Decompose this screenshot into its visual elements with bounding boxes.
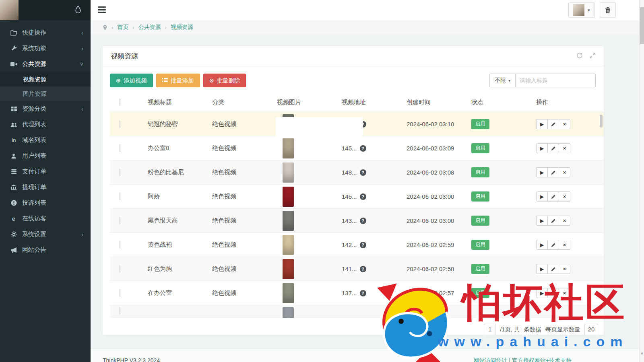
table-scrollbar-thumb[interactable] xyxy=(600,115,603,128)
category-filter-dropdown[interactable]: 不限 ▾ xyxy=(489,74,515,87)
edit-button[interactable] xyxy=(547,288,559,298)
edit-button[interactable] xyxy=(547,119,559,129)
question-circle-icon[interactable]: ? xyxy=(360,242,366,248)
sidebar-item-2[interactable]: 公共资源˅ xyxy=(0,56,91,72)
edit-button[interactable] xyxy=(547,240,559,250)
sidebar-item-6[interactable]: 用户列表 xyxy=(0,148,91,164)
per-page-select[interactable]: 20 xyxy=(584,324,598,335)
question-circle-icon[interactable]: ? xyxy=(360,266,366,272)
video-url: 148... xyxy=(342,169,357,176)
row-checkbox[interactable] xyxy=(120,289,120,297)
refresh-icon[interactable] xyxy=(576,52,583,60)
question-circle-icon[interactable]: ? xyxy=(360,193,366,200)
page-scrollbar-thumb[interactable] xyxy=(640,7,644,44)
breadcrumb-video-resources[interactable]: 视频资源 xyxy=(171,24,193,31)
delete-button[interactable]: × xyxy=(559,143,570,153)
footer: ThinkPHP V3.2.3 2024 网站访问统计 | 官方授权网站+技术支… xyxy=(91,349,644,362)
video-thumbnail[interactable] xyxy=(283,235,294,255)
sidebar-item-1[interactable]: 系统功能‹ xyxy=(0,41,91,56)
play-icon: ▶ xyxy=(540,194,544,200)
sidebar-item-5[interactable]: in域名列表 xyxy=(0,132,91,148)
delete-button[interactable]: × xyxy=(559,240,570,250)
play-button[interactable]: ▶ xyxy=(536,216,548,226)
play-button[interactable]: ▶ xyxy=(536,191,548,202)
gear-icon xyxy=(10,231,17,237)
play-button[interactable]: ▶ xyxy=(536,143,548,153)
footer-links-text[interactable]: 网站访问统计 | 官方授权网站+技术支持 xyxy=(473,357,572,362)
edit-button[interactable] xyxy=(547,167,559,177)
row-checkbox[interactable] xyxy=(120,193,120,200)
hamburger-menu-icon[interactable] xyxy=(98,6,106,14)
play-icon: ▶ xyxy=(540,121,544,127)
panel-title: 视频资源 xyxy=(111,51,138,61)
batch-delete-button[interactable]: ⊗ 批量删除 xyxy=(203,74,246,87)
edit-button[interactable] xyxy=(547,191,559,202)
page-scrollbar[interactable]: ▼ xyxy=(639,0,644,362)
row-checkbox[interactable] xyxy=(120,169,120,176)
video-thumbnail[interactable] xyxy=(283,187,294,207)
row-checkbox[interactable] xyxy=(120,307,120,315)
video-thumbnail[interactable] xyxy=(283,307,294,318)
expand-icon[interactable] xyxy=(589,52,596,60)
video-thumbnail[interactable] xyxy=(283,162,294,183)
delete-button[interactable]: × xyxy=(559,216,570,226)
question-circle-icon[interactable]: ? xyxy=(360,145,366,152)
play-button[interactable]: ▶ xyxy=(536,119,548,129)
play-button[interactable]: ▶ xyxy=(536,240,548,250)
sidebar-item-12[interactable]: 网站公告 xyxy=(0,242,91,258)
delete-button[interactable]: × xyxy=(559,288,570,298)
video-title xyxy=(144,305,208,307)
in-icon: in xyxy=(10,138,17,143)
row-checkbox[interactable] xyxy=(120,241,120,249)
sidebar-subitem-2-0[interactable]: 视频资源 xyxy=(0,72,91,86)
row-checkbox[interactable] xyxy=(120,120,120,128)
breadcrumb: › 首页 › 公共资源 › 视频资源 xyxy=(91,20,644,35)
add-video-button[interactable]: ⊕ 添加视频 xyxy=(110,74,153,87)
table-header-row: 视频标题 分类 视频图片 视频地址 创建时间 状态 操作 xyxy=(110,93,604,112)
row-checkbox[interactable] xyxy=(120,265,120,273)
play-button[interactable]: ▶ xyxy=(536,288,548,298)
question-circle-icon[interactable]: ? xyxy=(360,290,366,296)
edit-button[interactable] xyxy=(547,143,559,153)
delete-button[interactable]: × xyxy=(559,264,570,274)
pagination: 1 /1页, 共 条数据 每页显示数量 20 xyxy=(103,324,598,335)
question-circle-icon[interactable]: ? xyxy=(360,169,366,176)
user-menu-button[interactable]: ▾ xyxy=(568,2,595,18)
sidebar-item-11[interactable]: 系统设置‹ xyxy=(0,226,91,242)
sidebar-item-4[interactable]: 代理列表 xyxy=(0,117,91,132)
breadcrumb-public-resources[interactable]: 公共资源 xyxy=(138,24,161,31)
video-thumbnail[interactable] xyxy=(283,138,294,158)
row-checkbox[interactable] xyxy=(120,217,120,224)
sidebar-item-0[interactable]: 快捷操作‹ xyxy=(0,25,91,41)
video-title: 阿娇 xyxy=(144,193,208,200)
edit-button[interactable] xyxy=(547,264,559,274)
sidebar-item-8[interactable]: 提现订单 xyxy=(0,179,91,195)
video-thumbnail[interactable] xyxy=(283,283,294,303)
select-all-checkbox[interactable] xyxy=(120,99,120,106)
title-search-input[interactable] xyxy=(515,74,596,87)
row-checkbox[interactable] xyxy=(120,144,120,152)
delete-button[interactable]: × xyxy=(559,191,570,202)
trash-button[interactable] xyxy=(600,2,616,18)
play-button[interactable]: ▶ xyxy=(536,167,548,177)
video-title: 粉色的比基尼 xyxy=(144,169,208,176)
play-icon: ▶ xyxy=(540,170,544,175)
edit-button[interactable] xyxy=(547,216,559,226)
sidebar-subitem-2-1[interactable]: 图片资源 xyxy=(0,86,91,101)
breadcrumb-home[interactable]: 首页 xyxy=(117,24,128,31)
video-thumbnail[interactable] xyxy=(283,259,294,279)
pencil-icon xyxy=(551,267,556,272)
scroll-down-arrow-icon[interactable]: ▼ xyxy=(640,352,644,356)
sidebar-item-10[interactable]: e在线访客 xyxy=(0,211,91,226)
water-drop-icon xyxy=(74,6,82,15)
play-button[interactable]: ▶ xyxy=(536,264,548,274)
delete-button[interactable]: × xyxy=(559,119,570,129)
sidebar-item-7[interactable]: 支付订单 xyxy=(0,164,91,179)
page-number-button[interactable]: 1 xyxy=(484,324,496,335)
batch-add-button[interactable]: 批量添加 xyxy=(156,74,200,87)
sidebar-item-9[interactable]: 投诉列表 xyxy=(0,195,91,211)
sidebar-item-3[interactable]: 资源分类‹ xyxy=(0,101,91,117)
video-thumbnail[interactable] xyxy=(283,211,294,231)
delete-button[interactable]: × xyxy=(559,167,570,177)
question-circle-icon[interactable]: ? xyxy=(360,218,366,224)
